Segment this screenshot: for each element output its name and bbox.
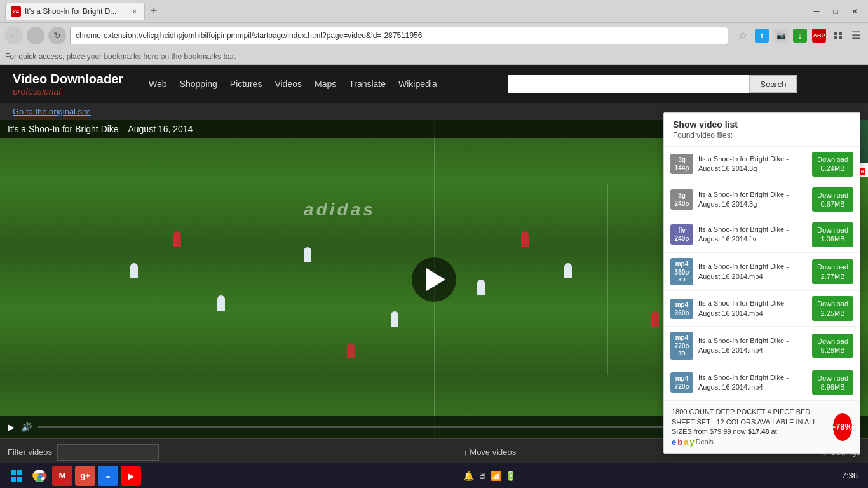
new-tab-button[interactable]: + [145, 3, 163, 20]
panel-subtitle: Found video files: [673, 131, 851, 140]
download-button-4[interactable]: Download 2.25MB [812, 296, 853, 321]
filter-label: Filter videos [8, 447, 52, 457]
volume-button[interactable]: 🔊 [21, 422, 32, 432]
maximize-button[interactable]: □ [827, 5, 844, 18]
format-badge: 3g 240p [670, 189, 693, 210]
discount-badge: -78% [833, 413, 852, 441]
ad-text-block: 1800 COUNT DEEP POCKET 4 PIECE BED SHEET… [672, 407, 828, 446]
filter-input[interactable] [57, 444, 159, 461]
download-button-6[interactable]: Download 8.96MB [812, 370, 853, 395]
search-bar: Search [450, 75, 855, 93]
svg-rect-0 [834, 32, 837, 35]
download-item: mp4 360p 3D Its a Shoo-In for Bright Dik… [664, 253, 860, 292]
nav-pictures[interactable]: Pictures [230, 79, 262, 89]
taskbar-system-icons: 🔔 🖥 📶 🔋 [463, 471, 516, 481]
download-button-5[interactable]: Download 9.28MB [812, 334, 853, 358]
download-item: 3g 240p Its a Shoo-In for Bright Dike - … [664, 182, 860, 218]
nav-translate[interactable]: Translate [349, 79, 386, 89]
svg-rect-4 [11, 470, 16, 475]
extension-header: Video Downloader professional Web Shoppi… [0, 65, 868, 103]
download-item: 3g 144p Its a Shoo-In for Bright Dike - … [664, 147, 860, 182]
ad-text: 1800 COUNT DEEP POCKET 4 PIECE BED SHEET… [672, 408, 817, 435]
deals-text: Deals [696, 438, 714, 445]
minimize-button[interactable]: ─ [808, 5, 825, 18]
format-badge: mp4 720p [670, 372, 693, 393]
play-button[interactable] [412, 257, 456, 302]
title-bar: 24 It's a Shoo-In for Bright D... ✕ + ─ … [0, 0, 868, 23]
back-button[interactable]: ← [5, 27, 23, 44]
system-clock: 7:36 [837, 471, 863, 480]
nav-web[interactable]: Web [149, 79, 167, 89]
panel-header: Show video list Found video files: [664, 113, 860, 147]
svg-rect-5 [17, 470, 22, 475]
bookmarks-bar: For quick access, place your bookmarks h… [0, 48, 868, 65]
filename-text: Its a Shoo-In for Bright Dike - August 1… [698, 262, 807, 281]
chrome-menu-icon[interactable]: ☰ [849, 29, 863, 43]
refresh-button[interactable]: ↻ [48, 27, 66, 44]
taskbar-start-button[interactable] [6, 466, 27, 486]
svg-rect-3 [839, 36, 842, 39]
bookmark-star-icon[interactable]: ☆ [735, 27, 751, 44]
nav-shopping[interactable]: Shopping [180, 79, 217, 89]
bookmarks-bar-text: For quick access, place your bookmarks h… [5, 52, 236, 61]
format-badge: mp4 360p 3D [670, 258, 693, 286]
toolbar-icons: ☆ t 📷 ↓ ABP ☰ [735, 27, 863, 44]
extension-logo: Video Downloader professional [13, 72, 123, 97]
taskbar: M g+ ≡ ▶ 🔔 🖥 📶 🔋 7:36 [0, 463, 868, 488]
monitor-icon: 🖥 [478, 471, 487, 481]
extensions-icon[interactable] [830, 27, 846, 44]
svg-rect-2 [834, 36, 837, 39]
logo-title: Video Downloader [13, 72, 123, 86]
nav-wikipedia[interactable]: Wikipedia [398, 79, 437, 89]
svg-rect-1 [839, 32, 842, 35]
page-content: Video Downloader professional Web Shoppi… [0, 65, 868, 488]
filename-text: Its a Shoo-In for Bright Dike - August 1… [698, 190, 807, 210]
ebay-logo: e b a y Deals [672, 437, 828, 447]
browser-tab[interactable]: 24 It's a Shoo-In for Bright D... ✕ [5, 3, 145, 20]
wifi-icon: 📶 [491, 471, 501, 481]
format-badge: flv 240p [670, 224, 693, 245]
download-button-3[interactable]: Download 2.77MB [812, 259, 853, 284]
twitter-extension-icon[interactable]: t [754, 27, 770, 44]
screenshot-extension-icon[interactable]: 📷 [773, 27, 789, 44]
download-items-list: 3g 144p Its a Shoo-In for Bright Dike - … [664, 147, 860, 400]
forward-button[interactable]: → [27, 27, 44, 44]
address-input[interactable] [70, 27, 728, 44]
search-button[interactable]: Search [749, 75, 797, 93]
nav-maps[interactable]: Maps [315, 79, 336, 89]
taskbar-docs-icon[interactable]: ≡ [98, 466, 118, 486]
download-button-2[interactable]: Download 1.06MB [812, 222, 853, 247]
svg-rect-6 [11, 477, 16, 482]
taskbar-chrome-icon[interactable] [29, 466, 50, 486]
ad-section: 1800 COUNT DEEP POCKET 4 PIECE BED SHEET… [664, 400, 860, 452]
tab-close-button[interactable]: ✕ [129, 6, 139, 17]
downloader-extension-icon[interactable]: ↓ [792, 27, 808, 44]
taskbar-youtube-icon[interactable]: ▶ [121, 466, 141, 486]
filename-text: Its a Shoo-In for Bright Dike - August 1… [698, 225, 807, 245]
taskbar-gplus-icon[interactable]: g+ [75, 466, 95, 486]
ad-price: $17.48 [748, 428, 770, 435]
move-videos-button[interactable]: ↑ Move videos [463, 447, 516, 457]
logo-sub: professional [13, 86, 123, 97]
filename-text: Its a Shoo-In for Bright Dike - August 1… [698, 154, 807, 174]
notification-icon: 🔔 [463, 471, 474, 481]
play-pause-button[interactable]: ▶ [8, 422, 15, 432]
go-original-link[interactable]: Go to the original site [13, 107, 91, 116]
download-item: mp4 360p Its a Shoo-In for Bright Dike -… [664, 291, 860, 327]
panel-title: Show video list [673, 119, 851, 130]
battery-icon: 🔋 [505, 471, 516, 481]
tab-favicon: 24 [11, 6, 21, 17]
download-item: flv 240p Its a Shoo-In for Bright Dike -… [664, 217, 860, 253]
browser-frame: 24 It's a Shoo-In for Bright D... ✕ + ─ … [0, 0, 868, 488]
download-item: mp4 720p 3D Its a Shoo-In for Bright Dik… [664, 327, 860, 365]
download-button-1[interactable]: Download 0.67MB [812, 187, 853, 212]
close-window-button[interactable]: ✕ [846, 5, 863, 18]
download-panel: Show video list Found video files: 3g 14… [663, 112, 860, 454]
download-button-0[interactable]: Download 0.24MB [812, 152, 853, 177]
nav-videos[interactable]: Videos [275, 79, 302, 89]
search-input[interactable] [508, 75, 749, 93]
adblock-extension-icon[interactable]: ABP [811, 27, 827, 44]
window-controls: ─ □ ✕ [808, 5, 863, 18]
taskbar-gmail-icon[interactable]: M [52, 466, 72, 486]
video-title-text: It's a Shoo-In for Bright Dike – August … [8, 124, 193, 134]
